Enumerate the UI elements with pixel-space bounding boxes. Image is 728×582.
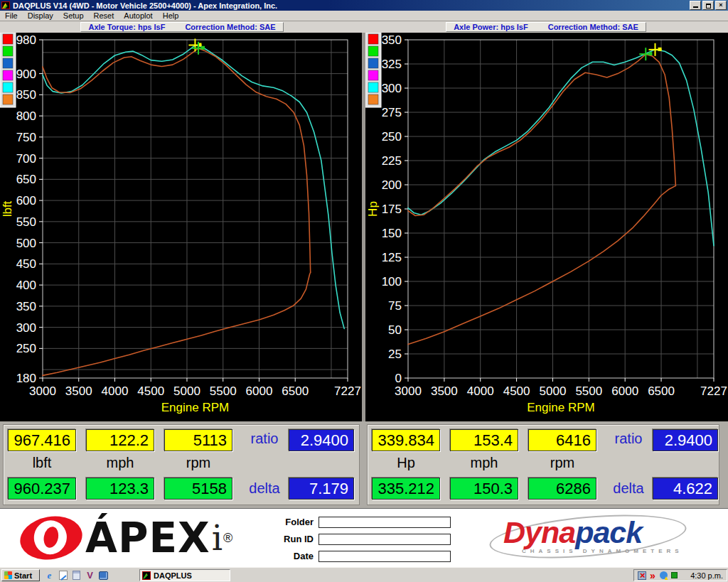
- legend-color-1[interactable]: [368, 46, 378, 56]
- x-tick-label: 4500: [503, 384, 530, 398]
- run-id-input[interactable]: [318, 534, 451, 545]
- power-unit-label: Hp: [372, 455, 440, 471]
- green-led-icon[interactable]: [670, 571, 678, 580]
- torque-chart-title: Axle Torque: hps IsF: [88, 23, 165, 31]
- y-tick-label: 300: [16, 321, 36, 335]
- legend-color-0[interactable]: [3, 34, 13, 44]
- x-tick-label: 6500: [282, 384, 309, 398]
- legend-color-5[interactable]: [3, 95, 13, 104]
- torque-readout-panel: 967.416 122.2 5113 lbft mph rpm 960.237 …: [3, 424, 360, 505]
- menu-autoplot[interactable]: Autoplot: [119, 11, 157, 21]
- apex-logo: ÁPEX i ®: [20, 513, 232, 563]
- torque-chart[interactable]: 9809008508007507006506005505004504003503…: [0, 33, 362, 421]
- menu-file[interactable]: File: [0, 11, 23, 21]
- legend-color-4[interactable]: [3, 82, 13, 92]
- messenger-icon[interactable]: [98, 570, 109, 581]
- x-tick-label: 3000: [395, 384, 422, 398]
- minimize-icon: [693, 6, 698, 8]
- y-axis-label: lbft: [1, 200, 14, 217]
- x-tick-label: 5500: [210, 384, 237, 398]
- registered-mark: ®: [223, 531, 232, 546]
- torque-unit-label: lbft: [8, 455, 76, 471]
- delta-value: 7.179: [289, 478, 354, 500]
- x-tick-label: 6000: [611, 384, 638, 398]
- run-id-label: Run ID: [272, 534, 318, 544]
- x-tick-label: 5500: [575, 384, 602, 398]
- y-tick-label: 750: [16, 131, 36, 144]
- close-button[interactable]: ×: [715, 1, 727, 10]
- y-tick-label: 225: [382, 154, 402, 168]
- legend-color-4[interactable]: [368, 82, 378, 92]
- legend-color-5[interactable]: [368, 95, 378, 104]
- daqplus-task-label: DAQPLUS: [154, 571, 192, 580]
- torque-peak-mph: 122.2: [86, 429, 154, 451]
- menu-setup[interactable]: Setup: [58, 11, 89, 21]
- x-tick-label: 4000: [467, 384, 494, 398]
- torque-cursor-value: 960.237: [8, 478, 76, 500]
- document-icon[interactable]: [71, 570, 82, 581]
- y-tick-label: 325: [382, 58, 402, 71]
- daqplus-task-button[interactable]: DAQPLUS: [139, 569, 230, 581]
- y-tick-label: 125: [382, 251, 402, 264]
- dynapack-word1: Dyna: [503, 515, 575, 549]
- legend-color-1[interactable]: [3, 46, 13, 56]
- footer: ÁPEX i ® Folder Run ID Date Dynapack C: [0, 508, 728, 567]
- system-tray: » 4:30 p.m.: [633, 569, 727, 581]
- x-tick-label: 5000: [540, 384, 567, 398]
- app-icon[interactable]: [1, 1, 10, 9]
- dynapack-word2: pack: [575, 515, 642, 549]
- legend-color-2[interactable]: [3, 58, 13, 68]
- legend-color-0[interactable]: [368, 34, 378, 44]
- start-button[interactable]: Start: [1, 569, 40, 581]
- power-chart[interactable]: 3503253002752502252001751501251007550250…: [365, 33, 728, 421]
- x-tick-label: 6000: [246, 384, 273, 398]
- media-v-icon[interactable]: V: [85, 570, 95, 581]
- globe-warning-icon[interactable]: [659, 571, 668, 580]
- y-tick-label: 100: [382, 275, 402, 289]
- readouts-row: 967.416 122.2 5113 lbft mph rpm 960.237 …: [0, 421, 728, 508]
- close-icon: ×: [719, 1, 722, 9]
- ratio-label: ratio: [606, 431, 651, 447]
- fast-forward-icon[interactable]: »: [648, 571, 657, 580]
- quick-launch-bar: e V: [44, 569, 109, 581]
- chart-header-strip: Axle Torque: hps IsF Correction Method: …: [0, 21, 728, 33]
- legend-color-3[interactable]: [3, 70, 13, 80]
- torque-correction-method: Correction Method: SAE: [185, 23, 275, 31]
- display-error-icon[interactable]: [638, 571, 646, 580]
- internet-explorer-icon[interactable]: e: [44, 570, 55, 581]
- y-tick-label: 200: [382, 178, 402, 192]
- compose-page-icon[interactable]: [58, 570, 68, 581]
- taskbar-clock[interactable]: 4:30 p.m.: [690, 571, 723, 580]
- restore-icon: [706, 4, 711, 9]
- series-measured-power: [408, 54, 675, 215]
- y-tick-label: 180: [16, 372, 36, 385]
- y-tick-label: 250: [382, 130, 402, 144]
- legend-color-2[interactable]: [368, 58, 378, 68]
- date-input[interactable]: [318, 551, 451, 562]
- x-tick-label: 5000: [173, 384, 200, 398]
- minimize-button[interactable]: [690, 1, 701, 10]
- menu-display[interactable]: Display: [23, 11, 58, 21]
- legend-color-3[interactable]: [368, 70, 378, 80]
- restore-button[interactable]: [702, 1, 714, 10]
- folder-input[interactable]: [318, 517, 451, 528]
- y-tick-label: 75: [388, 299, 402, 313]
- ratio-label: ratio: [242, 431, 287, 447]
- x-tick-label: 4500: [137, 384, 164, 398]
- green-cursor: [201, 46, 205, 50]
- y-tick-label: 850: [16, 88, 36, 102]
- y-tick-label: 500: [16, 237, 36, 250]
- y-tick-label: 250: [16, 342, 36, 355]
- x-axis-label: Engine RPM: [161, 401, 229, 414]
- menu-reset[interactable]: Reset: [89, 11, 119, 21]
- y-tick-label: 700: [16, 152, 36, 166]
- x-tick-label: 7227: [334, 384, 361, 398]
- screen: DAQPLUS V14 (4WD - Motor Vehicle 2500+40…: [0, 0, 728, 582]
- ratio-value: 2.9400: [289, 429, 354, 451]
- power-chart-title: Axle Power: hps IsF: [454, 23, 528, 31]
- menu-bar: FileDisplaySetupResetAutoplotHelp: [0, 11, 728, 21]
- y-tick-label: 275: [382, 106, 402, 119]
- menu-help[interactable]: Help: [158, 11, 184, 21]
- y-axis-label: Hp: [366, 201, 380, 217]
- power-readout-panel: 339.834 153.4 6416 Hp mph rpm 335.212 15…: [367, 424, 719, 505]
